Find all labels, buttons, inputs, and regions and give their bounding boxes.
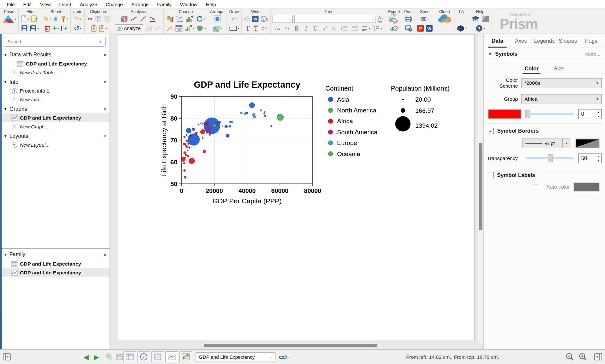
transparency-up-arrow[interactable]: ▲ xyxy=(595,154,601,158)
sim-ghost-icon[interactable] xyxy=(145,24,153,33)
sheet-selector-caret-icon[interactable]: ⌄ xyxy=(267,355,275,359)
magic-wand-icon[interactable] xyxy=(166,24,173,33)
symbols-subtab-size[interactable]: Size xyxy=(552,65,566,74)
border-width-dropdown[interactable]: ¼ pt ▼ xyxy=(522,138,571,148)
symbol-borders-checkbox[interactable]: ✓ xyxy=(488,128,494,134)
color-scheme-dropdown-caret-icon[interactable]: ▼ xyxy=(593,79,601,88)
sidebar-item-new-info[interactable]: +New Info... xyxy=(2,95,110,104)
paste-icon[interactable] xyxy=(91,24,97,33)
word-doc-icon[interactable]: W xyxy=(426,24,433,33)
sidebar-item-gdp-and-life-expectancy[interactable]: GDP and Life Expectancy xyxy=(2,268,110,277)
graph-page[interactable]: 0200004000060000800005060708090GDP and L… xyxy=(118,34,475,341)
export-web-icon[interactable] xyxy=(390,24,398,33)
horizontal-scrollbar-thumb[interactable] xyxy=(204,344,377,347)
vertical-scrollbar[interactable] xyxy=(478,34,483,342)
zoom-in-button[interactable] xyxy=(579,353,587,361)
undo-icon[interactable]: ↺▾ xyxy=(74,24,81,33)
sheet-type-info-button[interactable]: i xyxy=(137,351,150,362)
freeze-icon[interactable]: ❄ xyxy=(52,15,59,23)
font-down-icon[interactable]: A▾ xyxy=(284,24,290,33)
format-tab-axes[interactable]: Axes xyxy=(509,34,533,48)
menu-insert[interactable]: Insert xyxy=(55,2,76,7)
sheet-type-layout-button[interactable] xyxy=(179,351,192,362)
highlight-icon[interactable]: ✎▾ xyxy=(43,15,51,23)
offset-up-arrow[interactable]: ▲ xyxy=(595,109,601,114)
redo-icon[interactable]: ↷▾ xyxy=(74,15,81,23)
regression-icon[interactable] xyxy=(130,15,138,23)
underline-icon[interactable]: U xyxy=(312,24,319,33)
save-as-icon[interactable]: ▾ xyxy=(30,24,39,33)
symbols-collapse-icon[interactable]: ▼ xyxy=(488,52,492,56)
nav-fwd-button[interactable]: ▶ xyxy=(93,353,100,361)
cut-icon[interactable]: ✂ xyxy=(87,15,93,23)
sqrt-icon[interactable]: √a xyxy=(243,15,250,23)
star-ghost-icon[interactable]: ★▾ xyxy=(230,15,238,23)
pin-icon[interactable]: ▾ xyxy=(61,15,68,23)
font-color-icon[interactable]: A▾ xyxy=(377,15,384,23)
horizontal-scrollbar[interactable] xyxy=(110,344,478,348)
color-offset-spinner[interactable]: 0 ▲▼ xyxy=(578,109,602,119)
font-up-icon[interactable]: A▴ xyxy=(274,24,281,33)
section-overflow-icon[interactable]: » xyxy=(104,133,106,138)
powerpoint-icon[interactable]: P xyxy=(417,24,424,33)
font-family-select[interactable]: ⌄ xyxy=(294,15,376,23)
auto-color-checkbox[interactable] xyxy=(533,184,539,190)
color-wheel-icon[interactable]: ▾ xyxy=(196,24,206,33)
sub-icon[interactable]: x2 xyxy=(331,24,338,33)
color-scheme-dropdown[interactable]: *2000s ▼ xyxy=(521,78,602,88)
sheet-type-notes-button[interactable] xyxy=(151,351,164,362)
cloud-icon[interactable] xyxy=(437,15,452,23)
copy-icon[interactable] xyxy=(95,15,102,23)
menu-view[interactable]: View xyxy=(36,2,55,7)
question-icon[interactable]: ?▾ xyxy=(476,24,485,33)
save-icon[interactable] xyxy=(21,24,28,33)
font-size-select[interactable]: ⌄ xyxy=(273,15,293,23)
transparency-spinner[interactable]: 50 ▲▼ xyxy=(578,153,602,163)
swap-axes-icon[interactable] xyxy=(175,15,184,23)
new-sheet-icon[interactable]: +▾ xyxy=(52,24,59,33)
ruler-ghost-icon[interactable] xyxy=(351,24,358,33)
search-box[interactable]: ▼ xyxy=(4,37,106,47)
text-t-box-icon[interactable]: T xyxy=(253,24,259,33)
chevron-down-icon[interactable]: ▼ xyxy=(4,53,9,57)
symbols-more-link[interactable]: More... xyxy=(585,51,600,57)
sidebar-item-gdp-and-life-expectancy[interactable]: GDP and Life Expectancy xyxy=(2,259,110,268)
section-overflow-icon[interactable]: » xyxy=(104,79,106,84)
menu-arrange[interactable]: Arrange xyxy=(127,2,153,7)
gdp-life-expectancy-chart[interactable]: 0200004000060000800005060708090GDP and L… xyxy=(118,35,475,341)
symbol-labels-checkbox[interactable] xyxy=(488,172,494,178)
sidebar-item-gdp-and-life-expectancy[interactable]: GDP and Life Expectancy xyxy=(2,59,110,68)
refresh-icon[interactable]: ▾ xyxy=(196,15,205,23)
chevron-down-icon[interactable]: ▼ xyxy=(4,253,9,256)
zoom-out-button[interactable] xyxy=(566,353,574,361)
expand-button[interactable] xyxy=(594,353,602,361)
sheet-selector-dropdown[interactable]: GDP and Life Expectancy⌄ xyxy=(196,352,275,361)
indent-ghost-icon[interactable] xyxy=(341,24,348,33)
section-overflow-icon[interactable]: » xyxy=(104,52,106,57)
section-overflow-icon[interactable]: » xyxy=(104,106,106,111)
nav-back-button[interactable]: ◀ xyxy=(83,353,89,361)
sidebar-item-gdp-and-life-expectancy[interactable]: GDP and Life Expectancy xyxy=(2,113,110,122)
sidebar-section-data-with-results[interactable]: ▼Data with Results» xyxy=(2,50,110,59)
ttest-icon[interactable] xyxy=(120,15,128,23)
wand-ghost-icon[interactable] xyxy=(154,24,161,33)
color-offset-slider[interactable] xyxy=(525,110,574,118)
transparency-slider[interactable] xyxy=(526,154,574,162)
delete-sheet-icon[interactable] xyxy=(44,24,51,33)
email-icon[interactable]: ✉▾ xyxy=(421,15,429,23)
chart-type-icon[interactable] xyxy=(166,15,174,23)
school-icon[interactable] xyxy=(471,15,480,23)
export-tiff-icon[interactable]: tiffbmp xyxy=(389,15,399,23)
survival-icon[interactable] xyxy=(149,15,156,23)
menu-help[interactable]: Help xyxy=(202,2,220,7)
paddle-button[interactable] xyxy=(105,352,113,361)
paste-special-icon[interactable]: ▾ xyxy=(99,24,107,33)
format-grid-icon[interactable] xyxy=(175,24,183,33)
chevron-down-icon[interactable]: ▼ xyxy=(4,134,9,138)
format-tab-shapes[interactable]: Shapes xyxy=(556,34,580,48)
search-chevron-icon[interactable]: ▼ xyxy=(99,40,102,44)
offset-down-arrow[interactable]: ▼ xyxy=(595,114,601,119)
label-color-swatch[interactable] xyxy=(574,183,599,191)
screenshot-icon[interactable] xyxy=(482,15,490,23)
cube-icon[interactable]: ▾ xyxy=(456,24,467,33)
